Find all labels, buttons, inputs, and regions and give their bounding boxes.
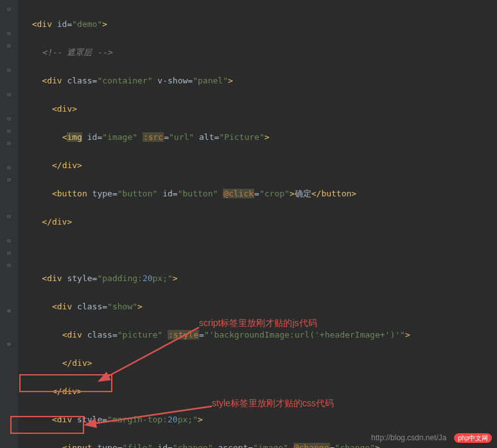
fold-icon[interactable] xyxy=(5,54,13,62)
fold-icon[interactable]: ⊟ xyxy=(5,30,13,37)
fold-icon[interactable] xyxy=(5,17,13,25)
fold-icon[interactable] xyxy=(5,103,13,110)
fold-icon[interactable] xyxy=(5,78,13,86)
button-label: 确定 xyxy=(295,189,311,198)
fold-icon[interactable]: ⊞ xyxy=(5,307,13,314)
fold-icon[interactable]: ⊟ xyxy=(5,261,13,269)
script-annotation: script标签里放刚才贴的js代码 xyxy=(199,318,317,329)
fold-icon[interactable]: ⊟ xyxy=(5,176,13,184)
fold-icon[interactable]: ⊟ xyxy=(5,127,13,135)
fold-icon[interactable]: ⊟ xyxy=(5,164,13,171)
watermark-badge: php中文网 xyxy=(454,433,492,443)
fold-icon[interactable] xyxy=(5,151,13,159)
script-highlight-box xyxy=(19,374,112,392)
fold-icon[interactable]: ⊟ xyxy=(5,249,13,257)
fold-icon[interactable] xyxy=(5,273,13,281)
fold-icon[interactable] xyxy=(5,200,13,208)
style-annotation: style标签里放刚才贴的css代码 xyxy=(212,398,334,409)
fold-icon[interactable]: ⊟ xyxy=(5,212,13,220)
fold-icon[interactable]: ⊟ xyxy=(5,5,13,13)
fold-icon[interactable]: ⊟ xyxy=(5,237,13,245)
fold-gutter: ⊟ ⊟ ⊟ ⊟ ⊟ ⊟ ⊟ ⊟ ⊟ ⊟ ⊟ ⊟ ⊟ ⊟ ⊞ ⊞ xyxy=(0,0,18,448)
fold-icon[interactable]: ⊟ xyxy=(5,115,13,123)
fold-icon[interactable]: ⊟ xyxy=(5,42,13,49)
fold-icon[interactable] xyxy=(5,188,13,196)
fold-icon[interactable]: ⊟ xyxy=(5,139,13,147)
watermark-url: http://blog.csdn.net/Ja xyxy=(371,433,446,442)
style-highlight-box xyxy=(10,416,84,434)
watermark: http://blog.csdn.net/Ja php中文网 xyxy=(371,433,492,443)
fold-icon[interactable] xyxy=(5,225,13,232)
fold-icon[interactable]: ⊟ xyxy=(5,90,13,98)
fold-icon[interactable]: ⊞ xyxy=(5,340,13,348)
fold-icon[interactable]: ⊟ xyxy=(5,66,13,74)
